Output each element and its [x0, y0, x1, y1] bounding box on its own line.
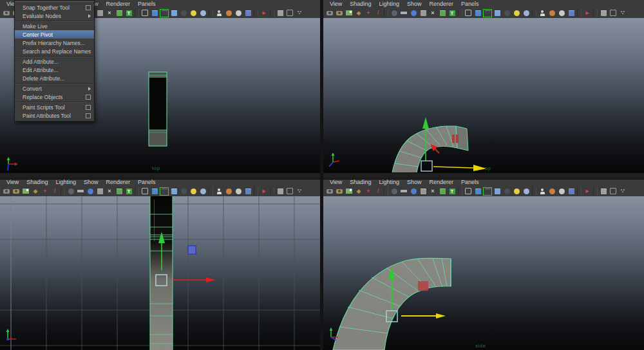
- multisample-icon[interactable]: [234, 9, 243, 17]
- frame-all-icon[interactable]: [609, 187, 618, 196]
- gate-mask-icon[interactable]: [419, 187, 428, 196]
- menu-item-paint-attributes-tool[interactable]: Paint Attributes Tool: [15, 111, 94, 120]
- panel-menu-view[interactable]: View: [326, 1, 346, 7]
- field-chart-icon[interactable]: ×: [428, 187, 437, 196]
- manip-center-handle[interactable]: [421, 161, 432, 171]
- wireframe-icon[interactable]: [464, 187, 473, 196]
- motion-blur-icon[interactable]: [547, 9, 556, 17]
- lights-icon[interactable]: [189, 187, 198, 196]
- isolate-select-icon[interactable]: ►: [260, 187, 269, 196]
- panel-menu-view[interactable]: View: [326, 179, 346, 185]
- smooth-shade-icon[interactable]: [473, 187, 482, 196]
- fog-icon[interactable]: [567, 187, 576, 196]
- field-chart-icon[interactable]: ×: [105, 187, 114, 196]
- motion-blur-icon[interactable]: [547, 187, 556, 196]
- face-highlight[interactable]: [418, 281, 428, 291]
- field-chart-icon[interactable]: ×: [105, 9, 114, 17]
- panel-divider-vertical[interactable]: [320, 0, 323, 350]
- 2d-pan-zoom-icon[interactable]: +: [364, 9, 373, 17]
- share-node-icon[interactable]: ∵: [618, 187, 627, 196]
- fog-icon[interactable]: [567, 9, 576, 17]
- lights-icon[interactable]: [189, 9, 198, 17]
- image-plane-icon[interactable]: [345, 187, 354, 196]
- bookmark-icon[interactable]: ◆: [354, 9, 363, 17]
- viewport-canvas-front[interactable]: [0, 196, 320, 350]
- use-default-material-icon[interactable]: [169, 9, 178, 17]
- occlusion-icon[interactable]: [538, 9, 547, 17]
- lock-camera-icon[interactable]: [335, 187, 344, 196]
- smooth-shade-icon[interactable]: [473, 9, 482, 17]
- camera-gate-icon[interactable]: [390, 187, 399, 196]
- panel-menu-renderer[interactable]: Renderer: [102, 179, 134, 185]
- share-node-icon[interactable]: ∵: [295, 187, 304, 196]
- menu-item-add-attribute[interactable]: Add Attribute...: [15, 57, 94, 66]
- viewport-front[interactable]: front: [0, 196, 320, 350]
- resolution-gate-icon[interactable]: [86, 187, 95, 196]
- viewport-canvas-persp[interactable]: [323, 18, 644, 172]
- share-node-icon[interactable]: ∵: [618, 9, 627, 17]
- lock-camera-icon[interactable]: [335, 9, 344, 17]
- menu-item-make-live[interactable]: Make Live: [15, 22, 94, 30]
- grease-pencil-icon[interactable]: /: [374, 9, 383, 17]
- menu-item-delete-attribute[interactable]: Delete Attribute...: [15, 74, 94, 82]
- xray-icon[interactable]: [179, 9, 188, 17]
- panel-menu-panels[interactable]: Panels: [134, 179, 160, 185]
- field-chart-icon[interactable]: ×: [428, 9, 437, 17]
- lock-camera-icon[interactable]: [12, 187, 21, 196]
- occlusion-icon[interactable]: [214, 187, 223, 196]
- manip-z-handle[interactable]: [188, 246, 196, 254]
- bookmark-icon[interactable]: ◆: [31, 187, 40, 196]
- safe-action-icon[interactable]: [115, 187, 124, 196]
- select-camera-icon[interactable]: [2, 9, 11, 17]
- mesh-arc-persp[interactable]: [392, 126, 468, 172]
- gate-mask-icon[interactable]: [95, 9, 104, 17]
- option-box-icon[interactable]: [86, 105, 91, 110]
- manip-x-handle[interactable]: [473, 165, 486, 171]
- grease-pencil-icon[interactable]: /: [50, 187, 59, 196]
- manip-x-handle[interactable]: [206, 277, 216, 282]
- viewport-persp[interactable]: persp: [323, 18, 644, 172]
- multisample-icon[interactable]: [234, 187, 243, 196]
- menu-item-paint-scripts-tool[interactable]: Paint Scripts Tool: [15, 103, 94, 111]
- mesh-strip-top[interactable]: [149, 72, 167, 146]
- xray-icon[interactable]: [502, 187, 511, 196]
- menu-item-center-pivot[interactable]: Center Pivot: [15, 30, 94, 39]
- textured-icon[interactable]: [483, 187, 492, 196]
- panel-menu-lighting[interactable]: Lighting: [375, 1, 403, 7]
- shadows-icon[interactable]: [198, 9, 207, 17]
- panel-menu-show[interactable]: Show: [80, 179, 102, 185]
- image-plane-icon[interactable]: [21, 187, 30, 196]
- safe-title-icon[interactable]: T: [448, 9, 457, 17]
- panel-menu-renderer[interactable]: Renderer: [102, 1, 134, 7]
- option-box-icon[interactable]: [86, 95, 91, 100]
- panel-menu-panels[interactable]: Panels: [134, 1, 160, 7]
- menu-item-convert[interactable]: Convert: [15, 84, 94, 93]
- motion-blur-icon[interactable]: [224, 9, 233, 17]
- 2d-pan-zoom-icon[interactable]: +: [41, 187, 50, 196]
- film-gate-icon[interactable]: [399, 187, 408, 196]
- option-box-icon[interactable]: [86, 5, 91, 10]
- panel-menu-lighting[interactable]: Lighting: [375, 179, 403, 185]
- image-plane-icon[interactable]: [345, 9, 354, 17]
- menu-item-replace-objects[interactable]: Replace Objects: [15, 93, 94, 101]
- panel-menu-renderer[interactable]: Renderer: [425, 179, 457, 185]
- safe-title-icon[interactable]: T: [124, 9, 133, 17]
- menu-item-prefix-hierarchy-names[interactable]: Prefix Hierarchy Names...: [15, 39, 94, 47]
- film-gate-icon[interactable]: [76, 187, 85, 196]
- isolate-select-icon[interactable]: ►: [583, 187, 592, 196]
- multisample-icon[interactable]: [557, 9, 566, 17]
- select-camera-icon[interactable]: [325, 9, 334, 17]
- panel-menu-renderer[interactable]: Renderer: [425, 1, 457, 7]
- frame-all-icon[interactable]: [285, 9, 294, 17]
- gate-mask-icon[interactable]: [419, 9, 428, 17]
- resolution-gate-icon[interactable]: [409, 187, 418, 196]
- camera-gate-icon[interactable]: [66, 187, 75, 196]
- occlusion-icon[interactable]: [214, 9, 223, 17]
- menu-item-snap-together-tool[interactable]: Snap Together Tool: [15, 3, 94, 12]
- use-default-material-icon[interactable]: [169, 187, 178, 196]
- resolution-gate-icon[interactable]: [409, 9, 418, 17]
- xray-icon[interactable]: [179, 187, 188, 196]
- bookmark-icon[interactable]: ◆: [354, 187, 363, 196]
- mesh-strip-front[interactable]: [150, 196, 173, 350]
- option-box-icon[interactable]: [86, 113, 91, 118]
